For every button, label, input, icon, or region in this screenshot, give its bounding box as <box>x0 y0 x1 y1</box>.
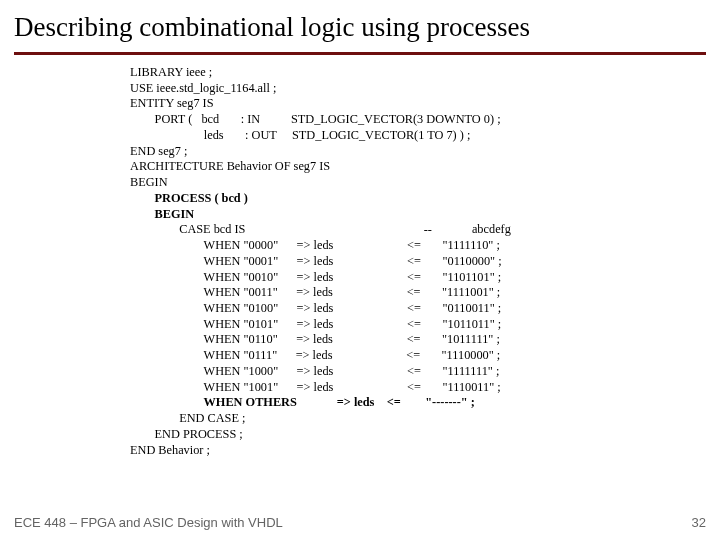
vhdl-code-block: LIBRARY ieee ; USE ieee.std_logic_1164.a… <box>130 65 720 458</box>
code-line: LIBRARY ieee ; <box>130 65 212 79</box>
code-line: END CASE ; <box>130 411 245 425</box>
slide-number: 32 <box>692 515 706 530</box>
code-line: USE ieee.std_logic_1164.all ; <box>130 81 276 95</box>
code-line: WHEN "1001" => leds <= "1110011" ; <box>130 380 501 394</box>
code-line: END Behavior ; <box>130 443 210 457</box>
code-line: WHEN "0111" => leds <= "1110000" ; <box>130 348 500 362</box>
code-line: END seg7 ; <box>130 144 187 158</box>
slide-title: Describing combinational logic using pro… <box>0 0 720 46</box>
slide-footer: ECE 448 – FPGA and ASIC Design with VHDL… <box>14 515 706 530</box>
code-line: WHEN "0100" => leds <= "0110011" ; <box>130 301 501 315</box>
code-line: WHEN "0001" => leds <= "0110000" ; <box>130 254 502 268</box>
code-line-others: WHEN OTHERS => leds <= <box>130 395 422 409</box>
code-line: WHEN "1000" => leds <= "1111111" ; <box>130 364 499 378</box>
code-line: WHEN "0011" => leds <= "1111001" ; <box>130 285 500 299</box>
code-line: BEGIN <box>130 175 168 189</box>
code-line: WHEN "0010" => leds <= "1101101" ; <box>130 270 501 284</box>
code-line: WHEN "0000" => leds <= "1111110" ; <box>130 238 500 252</box>
code-line-process: PROCESS ( bcd ) <box>130 191 248 205</box>
code-line: WHEN "0110" => leds <= "1011111" ; <box>130 332 500 346</box>
code-line: leds : OUT STD_LOGIC_VECTOR(1 TO 7) ) ; <box>130 128 470 142</box>
code-line: CASE bcd IS -- abcdefg <box>130 222 511 236</box>
code-line-begin: BEGIN <box>130 207 194 221</box>
title-underline <box>14 52 706 55</box>
code-line: ENTITY seg7 IS <box>130 96 214 110</box>
code-line-others-val: "-------" ; <box>422 395 475 409</box>
code-line: PORT ( bcd : IN STD_LOGIC_VECTOR(3 DOWNT… <box>130 112 501 126</box>
code-line: WHEN "0101" => leds <= "1011011" ; <box>130 317 501 331</box>
code-line: ARCHITECTURE Behavior OF seg7 IS <box>130 159 330 173</box>
footer-course: ECE 448 – FPGA and ASIC Design with VHDL <box>14 515 283 530</box>
code-line: END PROCESS ; <box>130 427 243 441</box>
